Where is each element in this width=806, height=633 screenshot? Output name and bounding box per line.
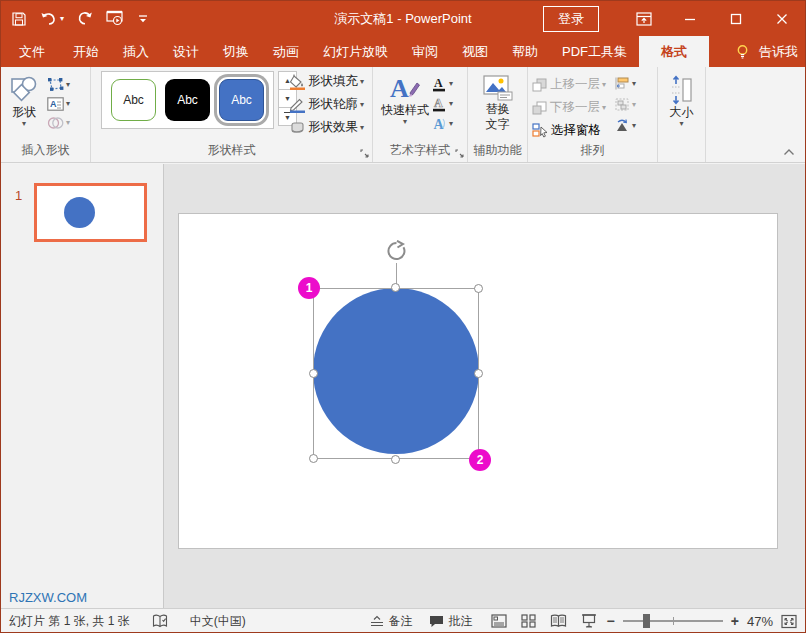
tab-animations[interactable]: 动画 [261, 36, 311, 67]
bring-forward-button[interactable]: 上移一层 ▾ [532, 76, 606, 93]
resize-handle-bottom-left[interactable] [309, 454, 318, 463]
collapse-ribbon-icon[interactable] [783, 148, 795, 156]
tab-pdf-tools[interactable]: PDF工具集 [550, 36, 639, 67]
rotate-objects-button[interactable]: ▾ [614, 118, 636, 133]
selection-pane-icon [532, 123, 549, 138]
group-accessibility: 替换文字 辅助功能 [468, 67, 528, 162]
close-button[interactable] [759, 1, 805, 36]
slide-counter[interactable]: 幻灯片 第 1 张, 共 1 张 [1, 613, 138, 630]
swatch-text: Abc [231, 93, 252, 107]
ribbon-tabs: 文件 开始 插入 设计 切换 动画 幻灯片放映 审阅 视图 帮助 PDF工具集 … [1, 36, 805, 67]
alt-text-button[interactable]: 替换文字 [468, 71, 527, 132]
reading-view-icon[interactable] [550, 614, 567, 628]
quick-styles-icon: A [388, 73, 422, 103]
bring-forward-label: 上移一层 [550, 76, 600, 93]
slide-sorter-view-icon[interactable] [521, 614, 536, 628]
language-indicator[interactable]: 中文(中国) [182, 613, 254, 630]
undo-icon[interactable]: ▾ [40, 12, 64, 26]
shape-effects-label: 形状效果 [308, 119, 358, 136]
comments-toggle[interactable]: 批注 [421, 613, 481, 630]
shape-outline-button[interactable]: 形状轮廓 ▾ [289, 96, 364, 113]
shape-style-swatch-outline[interactable]: Abc [111, 79, 156, 121]
selection-pane-button[interactable]: 选择窗格 [532, 122, 606, 139]
fit-to-window-icon[interactable] [781, 614, 797, 629]
resize-handle-top-center[interactable] [391, 283, 400, 292]
customize-qat-icon[interactable] [138, 14, 148, 24]
size-button[interactable]: 大小 ▾ [658, 71, 705, 128]
edit-shape-icon [47, 77, 64, 92]
shape-outline-label: 形状轮廓 [308, 96, 358, 113]
ribbon-spacer [706, 67, 805, 162]
tab-review[interactable]: 审阅 [400, 36, 450, 67]
zoom-slider[interactable] [623, 614, 723, 628]
zoom-in-button[interactable]: + [731, 613, 739, 629]
shape-fill-icon [289, 74, 306, 90]
text-effects-button[interactable]: A ▾ [431, 116, 453, 132]
send-backward-button[interactable]: 下移一层 ▾ [532, 99, 606, 116]
rotation-handle-icon[interactable] [384, 240, 409, 264]
title-bar: ▾ 演示文稿1 - PowerPoint 登录 [1, 1, 805, 36]
view-switcher [481, 614, 607, 628]
comments-label: 批注 [449, 613, 473, 630]
ribbon-display-options-icon[interactable] [621, 1, 667, 36]
resize-handle-top-right[interactable] [474, 284, 483, 293]
slideshow-view-icon[interactable] [581, 614, 597, 628]
shape-fill-button[interactable]: 形状填充 ▾ [289, 73, 364, 90]
tab-format[interactable]: 格式 [639, 36, 709, 67]
shapes-label: 形状 [12, 105, 36, 120]
redo-icon[interactable] [77, 11, 93, 26]
selected-circle-shape[interactable] [313, 288, 479, 454]
send-backward-label: 下移一层 [550, 99, 600, 116]
shape-style-swatch-blue-selected[interactable]: Abc [219, 79, 264, 121]
save-icon[interactable] [11, 11, 27, 27]
tab-slideshow[interactable]: 幻灯片放映 [311, 36, 400, 67]
undo-dropdown-icon[interactable]: ▾ [60, 15, 64, 23]
shape-style-swatch-black[interactable]: Abc [165, 79, 210, 121]
tab-transitions[interactable]: 切换 [211, 36, 261, 67]
swatch-text: Abc [123, 93, 144, 107]
tell-me-button[interactable]: 告诉我 [723, 36, 806, 67]
zoom-out-button[interactable]: − [607, 613, 615, 629]
wordart-dialog-launcher-icon[interactable] [455, 149, 464, 158]
tab-view[interactable]: 视图 [450, 36, 500, 67]
notes-toggle[interactable]: 备注 [362, 613, 421, 630]
group-objects-button[interactable]: ▾ [614, 97, 636, 112]
start-slideshow-icon[interactable] [106, 10, 125, 27]
resize-handle-bottom-center[interactable] [391, 455, 400, 464]
text-fill-button[interactable]: A ▾ [431, 76, 453, 92]
slide-thumbnail-1[interactable] [34, 183, 147, 242]
zoom-slider-thumb[interactable] [643, 614, 650, 628]
quick-access-toolbar: ▾ [1, 10, 148, 27]
alt-text-icon [482, 74, 514, 102]
text-box-button[interactable]: A ▾ [47, 97, 70, 111]
quick-styles-label: 快速样式 [381, 103, 429, 118]
text-outline-icon: A [431, 96, 447, 112]
group-objects-icon [614, 97, 630, 112]
maximize-button[interactable] [713, 1, 759, 36]
resize-handle-middle-right[interactable] [474, 369, 483, 378]
tab-home[interactable]: 开始 [61, 36, 111, 67]
tab-insert[interactable]: 插入 [111, 36, 161, 67]
proofing-status-icon[interactable] [138, 614, 182, 628]
group-insert-shapes: 形状 ▾ ▾ A ▾ ▾ 插入形状 [1, 67, 91, 162]
shape-styles-dialog-launcher-icon[interactable] [360, 149, 369, 158]
annotation-badge-2: 2 [469, 449, 491, 471]
merge-shapes-button[interactable]: ▾ [47, 116, 70, 130]
edit-shape-button[interactable]: ▾ [47, 77, 70, 92]
sign-in-button[interactable]: 登录 [543, 6, 599, 32]
shape-fill-label: 形状填充 [308, 73, 358, 90]
tab-design[interactable]: 设计 [161, 36, 211, 67]
text-outline-button[interactable]: A ▾ [431, 96, 453, 112]
group-label-shape-styles: 形状样式 [91, 142, 372, 159]
normal-view-icon[interactable] [491, 614, 507, 628]
annotation-badge-1: 1 [298, 277, 320, 299]
resize-handle-middle-left[interactable] [309, 369, 318, 378]
zoom-percentage[interactable]: 47% [747, 614, 773, 629]
align-objects-button[interactable]: ▾ [614, 76, 636, 91]
shape-effects-button[interactable]: 形状效果 ▾ [289, 119, 364, 136]
shape-style-gallery: Abc Abc Abc [101, 71, 274, 129]
tab-file[interactable]: 文件 [3, 36, 61, 67]
tab-help[interactable]: 帮助 [500, 36, 550, 67]
tab-format-label: 格式 [661, 43, 687, 61]
minimize-button[interactable] [667, 1, 713, 36]
